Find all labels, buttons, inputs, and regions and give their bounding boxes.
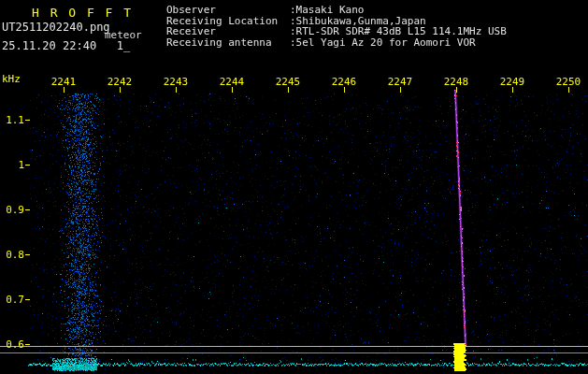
hrofft-screen: H R O F F T UT2511202240.png meteor 25.1… [0, 0, 588, 374]
freq-tick-label: 1 [0, 159, 24, 171]
time-tick-label: 2247 [387, 76, 413, 88]
spectrogram-canvas [0, 0, 588, 374]
time-tick-label: 2246 [331, 76, 357, 88]
app-title: H R O F F T [32, 6, 133, 20]
time-tick-label: 2242 [107, 76, 133, 88]
freq-tick-label: 0.8 [0, 249, 24, 261]
info-label: Observer [166, 5, 290, 16]
info-row: Receiving antenna:5el Yagi Az 20 for Aom… [166, 37, 507, 49]
freq-tick-label: 0.9 [0, 204, 24, 216]
observer-info: Observer:Masaki KanoReceiving Location:S… [166, 5, 507, 48]
time-tick-label: 2249 [499, 76, 525, 88]
info-label: Receiving antenna [166, 37, 290, 49]
time-tick-label: 2250 [555, 76, 581, 88]
info-value: :5el Yagi Az 20 for Aomori VOR [290, 36, 476, 49]
freq-tick-label: 1.1 [0, 114, 24, 126]
time-tick-label: 2248 [443, 76, 469, 88]
freq-axis: 1.110.90.80.70.6 [0, 0, 24, 374]
info-label: Receiver [166, 26, 290, 37]
time-tick-label: 2243 [163, 76, 189, 88]
freq-tick-label: 0.6 [0, 338, 24, 351]
time-axis: 2241224222432244224522462247224822492250 [0, 76, 588, 87]
time-tick-label: 2244 [219, 76, 245, 88]
time-tick-label: 2241 [50, 76, 77, 88]
freq-tick-label: 0.7 [0, 294, 24, 306]
time-tick-label: 2245 [275, 76, 301, 88]
